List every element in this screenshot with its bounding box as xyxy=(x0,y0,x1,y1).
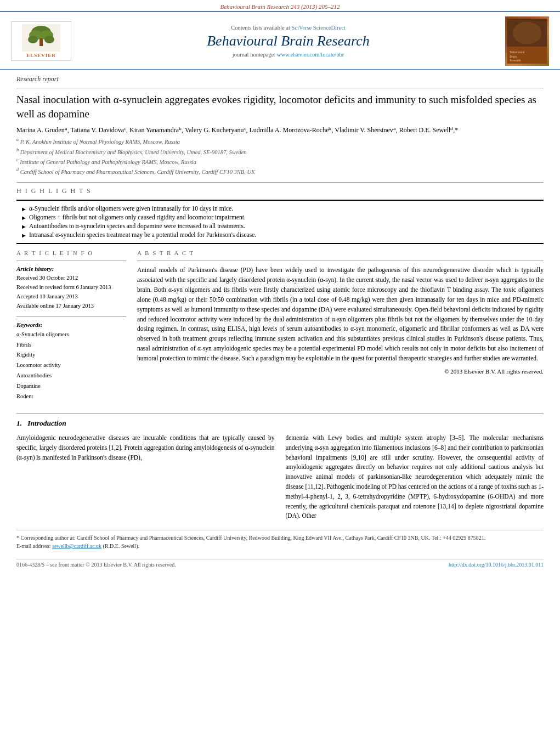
section1-number: 1. xyxy=(16,419,22,427)
keyword-3: Rigidity xyxy=(16,350,126,360)
sciverse-link[interactable]: SciVerse ScienceDirect xyxy=(291,25,345,31)
introduction-two-col: Amyloidogenic neurodegenerative diseases… xyxy=(16,433,544,524)
abstract-section-header: A B S T R A C T xyxy=(137,250,544,256)
keywords-label: Keywords: xyxy=(16,321,126,328)
keywords-divider xyxy=(16,316,126,317)
highlight-arrow-3: ► xyxy=(21,223,27,230)
article-history-block: Article history: Received 30 October 201… xyxy=(16,265,126,310)
intro-para-1: Amyloidogenic neurodegenerative diseases… xyxy=(16,433,275,462)
keyword-7: Rodent xyxy=(16,392,126,402)
article-history-label: Article history: xyxy=(16,265,126,272)
svg-text:Behavioural: Behavioural xyxy=(510,50,525,54)
article-title: Nasal inoculation with α-synuclein aggre… xyxy=(16,93,544,121)
highlights-top-rule xyxy=(16,200,544,201)
journal-cover-image: Behavioural Brain Research xyxy=(505,16,549,66)
keyword-5: Autoantibodies xyxy=(16,371,126,381)
section1-title-text: Introduction xyxy=(27,419,66,427)
keyword-2: Fibrils xyxy=(16,340,126,350)
svg-point-5 xyxy=(28,36,38,43)
highlight-text-1: α-Synuclein fibrils and/or oligomers wer… xyxy=(29,205,233,212)
journal-header: ELSEVIER Contents lists available at Sci… xyxy=(0,11,560,70)
highlight-1: ► α-Synuclein fibrils and/or oligomers w… xyxy=(16,205,544,212)
accepted-date: Accepted 10 January 2013 xyxy=(16,292,126,302)
elsevier-logo: ELSEVIER xyxy=(11,21,71,61)
svg-rect-4 xyxy=(39,38,43,46)
aff-a: a P. K. Anokhin Institute of Normal Phys… xyxy=(16,137,544,146)
highlights-list: ► α-Synuclein fibrils and/or oligomers w… xyxy=(16,205,544,239)
intro-col-right: dementia with Lewy bodies and multiple s… xyxy=(286,433,544,524)
page-wrapper: Behavioural Brain Research 243 (2013) 20… xyxy=(0,0,560,741)
highlights-section: H I G H L I G H T S ► α-Synuclein fibril… xyxy=(16,187,544,244)
journal-homepage: journal homepage: www.elsevier.com/locat… xyxy=(77,52,500,58)
aff-b: b Department of Medical Biochemistry and… xyxy=(16,147,544,157)
svg-text:Brain: Brain xyxy=(510,55,517,58)
intro-col-left: Amyloidogenic neurodegenerative diseases… xyxy=(16,433,275,524)
elsevier-tree-svg xyxy=(22,24,60,52)
issn-text: 0166-4328/$ – see front matter © 2013 El… xyxy=(16,562,176,568)
received-revised-date: Received in revised form 6 January 2013 xyxy=(16,283,126,292)
received-date: Received 30 October 2012 xyxy=(16,274,126,283)
copyright-line: © 2013 Elsevier B.V. All rights reserved… xyxy=(137,368,544,375)
affiliations: a P. K. Anokhin Institute of Normal Phys… xyxy=(16,137,544,177)
svg-text:Research: Research xyxy=(510,59,521,62)
doi-link[interactable]: http://dx.doi.org/10.1016/j.bbr.2013.01.… xyxy=(449,562,544,568)
highlight-arrow-2: ► xyxy=(21,214,27,221)
elsevier-brand-text: ELSEVIER xyxy=(26,53,56,58)
divider-after-abstract xyxy=(16,413,544,414)
article-info-section-header: A R T I C L E I N F O xyxy=(16,250,126,256)
email-link[interactable]: sewellb@cardiff.ac.uk xyxy=(52,543,101,549)
abstract-col: A B S T R A C T Animal models of Parkins… xyxy=(137,250,544,407)
article-info-divider xyxy=(16,261,126,261)
keywords-block: Keywords: α-Synuclein oligomers Fibrils … xyxy=(16,321,126,402)
divider-after-affiliations xyxy=(16,182,544,183)
highlights-title: H I G H L I G H T S xyxy=(16,187,544,195)
highlight-arrow-4: ► xyxy=(21,232,27,239)
journal-center-info: Contents lists available at SciVerse Sci… xyxy=(77,25,500,58)
email-name: (R.D.E. Sewell). xyxy=(103,543,139,549)
highlight-text-2: Oligomers + fibrils but not oligomers on… xyxy=(29,214,246,220)
homepage-link[interactable]: www.elsevier.com/locate/bbr xyxy=(277,52,344,58)
footnote-section: * Corresponding author at: Cardiff Schoo… xyxy=(16,530,544,550)
journal-reference: Behavioural Brain Research 243 (2013) 20… xyxy=(220,3,340,10)
highlight-text-3: Autoantibodies to α-synuclein species an… xyxy=(29,223,245,229)
svg-point-9 xyxy=(513,22,541,44)
article-info-abstract-section: A R T I C L E I N F O Article history: R… xyxy=(16,250,544,407)
highlights-bottom-rule xyxy=(16,243,544,244)
keyword-4: Locomotor activity xyxy=(16,360,126,371)
section1-title: 1. Introduction xyxy=(16,419,544,428)
authors-line: Marina A. Grudenᵃ, Tatiana V. Davidovaᶜ,… xyxy=(16,126,544,134)
content-area: Research report Nasal inoculation with α… xyxy=(0,70,560,573)
highlight-2: ► Oligomers + fibrils but not oligomers … xyxy=(16,214,544,221)
divider-under-type xyxy=(16,88,544,88)
bottom-bar: 0166-4328/$ – see front matter © 2013 El… xyxy=(16,559,544,568)
keyword-6: Dopamine xyxy=(16,381,126,392)
journal-title: Behavioural Brain Research xyxy=(77,33,500,49)
highlight-3: ► Autoantibodies to α-synuclein species … xyxy=(16,223,544,230)
article-info-col: A R T I C L E I N F O Article history: R… xyxy=(16,250,126,407)
abstract-text: Animal models of Parkinson's disease (PD… xyxy=(137,265,544,363)
body-section-introduction: 1. Introduction Amyloidogenic neurodegen… xyxy=(16,419,544,524)
aff-c: c Institute of General Pathology and Pat… xyxy=(16,157,544,167)
cover-svg: Behavioural Brain Research xyxy=(506,19,548,64)
homepage-prefix: journal homepage: xyxy=(233,52,277,58)
keyword-1: α-Synuclein oligomers xyxy=(16,330,126,340)
highlight-4: ► Intranasal α-synuclein species treatme… xyxy=(16,231,544,239)
highlight-arrow-1: ► xyxy=(21,206,27,212)
highlight-text-4: Intranasal α-synuclein species treatment… xyxy=(29,231,256,238)
journal-reference-bar: Behavioural Brain Research 243 (2013) 20… xyxy=(0,0,560,11)
email-footnote: E-mail address: sewellb@cardiff.ac.uk (R… xyxy=(16,542,544,550)
email-label: E-mail address: xyxy=(16,543,50,549)
corresponding-author-footnote: * Corresponding author at: Cardiff Schoo… xyxy=(16,534,544,542)
intro-para-2: dementia with Lewy bodies and multiple s… xyxy=(286,433,544,521)
aff-d: d Cardiff School of Pharmacy and Pharmac… xyxy=(16,167,544,177)
sciverse-prefix: Contents lists available at xyxy=(231,25,291,31)
available-date: Available online 17 January 2013 xyxy=(16,302,126,311)
sciverse-line: Contents lists available at SciVerse Sci… xyxy=(77,25,500,31)
abstract-divider xyxy=(137,261,544,261)
svg-point-6 xyxy=(44,36,54,43)
keywords-list: α-Synuclein oligomers Fibrils Rigidity L… xyxy=(16,330,126,402)
article-type-label: Research report xyxy=(16,75,544,83)
